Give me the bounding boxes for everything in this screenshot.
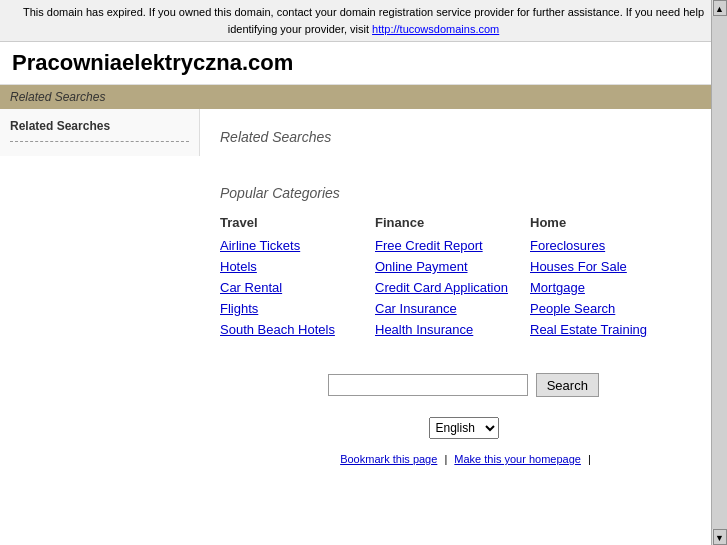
scroll-up-button[interactable]: ▲ <box>713 0 727 16</box>
finance-heading: Finance <box>375 215 520 230</box>
categories-grid: Travel Airline Tickets Hotels Car Rental… <box>220 215 707 343</box>
homepage-link[interactable]: Make this your homepage <box>454 453 581 465</box>
search-section: Search <box>220 373 707 397</box>
link-mortgage[interactable]: Mortgage <box>530 280 675 295</box>
domain-title: Pracowniaelektryczna.com <box>0 42 727 85</box>
search-input[interactable] <box>328 374 528 396</box>
related-searches-heading: Related Searches <box>220 129 707 145</box>
language-select[interactable]: English Spanish French German <box>429 417 499 439</box>
search-button[interactable]: Search <box>536 373 599 397</box>
link-flights[interactable]: Flights <box>220 301 365 316</box>
category-col-travel: Travel Airline Tickets Hotels Car Rental… <box>220 215 375 343</box>
popular-categories-title: Popular Categories <box>220 185 707 201</box>
link-real-estate-training[interactable]: Real Estate Training <box>530 322 675 337</box>
link-south-beach-hotels[interactable]: South Beach Hotels <box>220 322 365 337</box>
sidebar-title: Related Searches <box>10 119 189 133</box>
content-area: Related Searches Popular Categories Trav… <box>200 109 727 485</box>
link-credit-card-application[interactable]: Credit Card Application <box>375 280 520 295</box>
category-col-home: Home Foreclosures Houses For Sale Mortga… <box>530 215 685 343</box>
bookmark-link[interactable]: Bookmark this page <box>340 453 437 465</box>
link-foreclosures[interactable]: Foreclosures <box>530 238 675 253</box>
scrollbar[interactable]: ▲ ▼ <box>711 0 727 485</box>
link-car-rental[interactable]: Car Rental <box>220 280 365 295</box>
link-health-insurance[interactable]: Health Insurance <box>375 322 520 337</box>
link-airline-tickets[interactable]: Airline Tickets <box>220 238 365 253</box>
notice-link[interactable]: http://tucowsdomains.com <box>372 23 499 35</box>
popular-categories-section: Popular Categories Travel Airline Ticket… <box>220 185 707 343</box>
category-col-finance: Finance Free Credit Report Online Paymen… <box>375 215 530 343</box>
link-car-insurance[interactable]: Car Insurance <box>375 301 520 316</box>
related-searches-bar: Related Searches <box>0 85 727 109</box>
sidebar: Related Searches <box>0 109 200 156</box>
language-section: English Spanish French German <box>220 417 707 439</box>
sidebar-divider <box>10 141 189 142</box>
link-people-search[interactable]: People Search <box>530 301 675 316</box>
link-houses-for-sale[interactable]: Houses For Sale <box>530 259 675 274</box>
link-online-payment[interactable]: Online Payment <box>375 259 520 274</box>
link-free-credit-report[interactable]: Free Credit Report <box>375 238 520 253</box>
top-notice-bar: This domain has expired. If you owned th… <box>0 0 727 42</box>
notice-text: This domain has expired. If you owned th… <box>23 6 704 35</box>
link-hotels[interactable]: Hotels <box>220 259 365 274</box>
main-layout: Related Searches Related Searches Popula… <box>0 109 727 485</box>
travel-heading: Travel <box>220 215 365 230</box>
home-heading: Home <box>530 215 675 230</box>
bottom-links: Bookmark this page | Make this your home… <box>220 453 707 465</box>
